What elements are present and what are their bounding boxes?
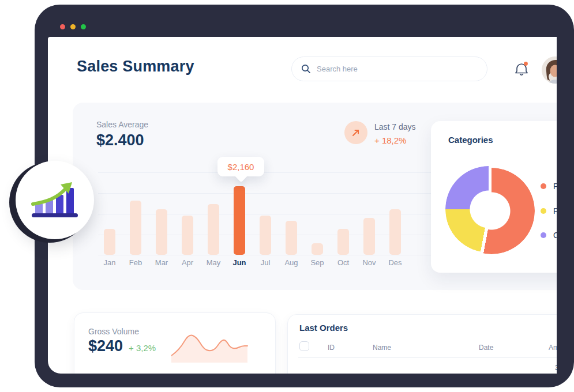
month-label: Mar (149, 258, 174, 267)
bar-sep[interactable] (312, 243, 323, 255)
last-orders-title: Last Orders (299, 323, 348, 333)
month-label: Oct (331, 258, 356, 267)
bar-oct[interactable] (337, 229, 349, 255)
legend-item: O (541, 231, 557, 240)
bar-aug[interactable] (286, 221, 297, 255)
month-label: May (201, 258, 226, 267)
user-avatar[interactable] (542, 56, 557, 84)
donut-exploded-slice (448, 168, 535, 254)
bar-apr[interactable] (182, 216, 193, 255)
legend-item: Fu (541, 182, 557, 191)
notifications-button[interactable] (513, 60, 530, 78)
last-orders-card: Last Orders ID Name Date Am 3 (287, 314, 557, 374)
table-divider (298, 357, 557, 358)
categories-title: Categories (448, 135, 493, 145)
legend-dot (541, 232, 546, 238)
gross-volume-change: + 3,2% (129, 343, 156, 353)
legend-dot (541, 208, 546, 214)
column-header-name: Name (373, 344, 391, 352)
bar-may[interactable] (208, 204, 219, 255)
column-header-date: Date (479, 344, 493, 352)
bar-nov[interactable] (363, 218, 375, 255)
categories-card: Categories Fu Pr O (431, 121, 557, 273)
month-label: Jan (97, 258, 122, 267)
search-bar[interactable] (291, 56, 487, 81)
table-row-amount-fragment: 3 (555, 363, 557, 372)
categories-donut-chart[interactable] (445, 166, 532, 252)
bar-mar[interactable] (156, 209, 167, 255)
growth-bar-chart-icon (29, 180, 80, 220)
column-header-amount: Am (549, 344, 557, 352)
legend-item: Pr (541, 206, 557, 216)
bar-jun[interactable] (234, 186, 245, 255)
bell-icon (513, 60, 530, 78)
legend-dot (541, 183, 546, 189)
month-label: Sep (305, 258, 330, 267)
page: Sales Summary Sales (0, 0, 574, 392)
month-label: Nov (357, 258, 382, 267)
window-controls (60, 24, 86, 29)
close-window-button[interactable] (60, 24, 65, 29)
bar-jul[interactable] (260, 216, 271, 255)
notification-badge (524, 62, 528, 66)
gross-volume-card: Gross Volume $240 + 3,2% (74, 312, 276, 374)
page-title: Sales Summary (77, 58, 194, 76)
month-label: Apr (175, 258, 200, 267)
app-content: Sales Summary Sales (48, 37, 557, 374)
bar-tooltip: $2,160 (217, 157, 264, 176)
growth-badge (16, 161, 94, 239)
month-label: Des (382, 258, 408, 267)
month-label: Jun (227, 258, 252, 267)
avatar-image (542, 56, 557, 84)
gross-volume-sparkline (171, 327, 250, 364)
gross-volume-value: $240 (88, 337, 123, 355)
month-label: Jul (253, 258, 278, 267)
zoom-window-button[interactable] (81, 24, 86, 29)
bar-feb[interactable] (130, 201, 141, 255)
month-label: Aug (279, 258, 304, 267)
search-input[interactable] (317, 65, 478, 73)
bar-jan[interactable] (104, 229, 115, 255)
search-icon (301, 64, 311, 74)
month-label: Feb (123, 258, 148, 267)
column-header-id: ID (328, 344, 335, 352)
select-all-checkbox[interactable] (299, 341, 309, 351)
minimize-window-button[interactable] (70, 24, 76, 29)
gross-volume-label: Gross Volume (88, 327, 139, 336)
bar-des[interactable] (389, 209, 401, 255)
